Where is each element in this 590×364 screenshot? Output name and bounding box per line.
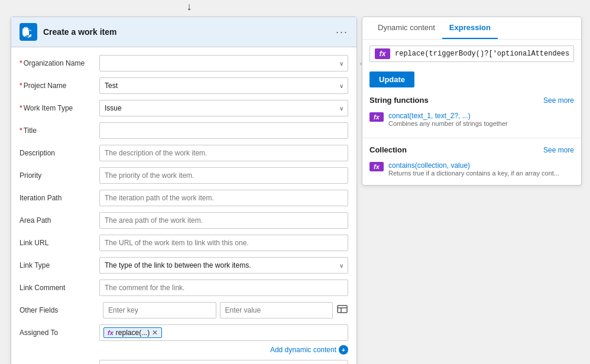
string-functions-header: String functions See more (369, 96, 574, 105)
contains-fx-icon: fx (369, 162, 384, 171)
project-name-row: *Project Name Test ∨ (11, 74, 356, 97)
link-type-label: Link Type (20, 261, 99, 269)
concat-description: Combines any number of strings together (388, 120, 574, 127)
fx-badge: fx (375, 48, 390, 59)
area-path-label: Area Path (20, 216, 99, 225)
down-arrow-icon: ↓ (183, 0, 195, 13)
assigned-to-label: Assigned To (20, 329, 99, 337)
work-item-type-row: *Work Item Type Issue ∨ (11, 97, 356, 119)
other-fields-value-input[interactable] (220, 302, 333, 318)
organization-name-select-wrapper: ∨ (99, 55, 348, 72)
required-star: * (20, 82, 22, 90)
project-name-label: *Project Name (20, 82, 99, 90)
assigned-to-row: Assigned To fx replace(...) ✕ (11, 321, 356, 344)
string-functions-see-more[interactable]: See more (543, 96, 574, 105)
project-name-select-wrapper: Test ∨ (99, 77, 348, 94)
svg-rect-0 (338, 306, 347, 313)
create-work-item-card: Create a work item ··· *Organization Nam… (11, 17, 357, 364)
link-comment-row: Link Comment (11, 277, 356, 299)
organization-name-label: *Organization Name (20, 59, 99, 67)
organization-name-row: *Organization Name ∨ (11, 52, 356, 74)
state-input[interactable]: New = for triage; Active = not yet fixed… (99, 360, 348, 364)
iteration-path-label: Iteration Path (20, 194, 99, 202)
contains-function-item[interactable]: fx contains(collection, value) Returns t… (369, 158, 574, 180)
add-dynamic-content-link[interactable]: Add dynamic content + (270, 345, 348, 355)
dynamic-content-plus-icon: + (339, 345, 348, 355)
token-label: replace(...) (116, 329, 150, 337)
add-field-button[interactable] (336, 303, 348, 317)
collection-see-more[interactable]: See more (543, 146, 574, 154)
contains-details: contains(collection, value) Returns true… (388, 161, 574, 177)
area-path-row: Area Path (11, 209, 356, 232)
description-input[interactable] (99, 145, 348, 161)
contains-description: Returns true if a dictionary contains a … (388, 170, 574, 177)
collection-section: Collection See more fx contains(collecti… (362, 141, 581, 185)
card-header-left: Create a work item (20, 23, 117, 41)
title-label: *Title (20, 126, 99, 135)
link-url-input[interactable] (99, 235, 348, 251)
title-row: *Title 1231456461312 (11, 119, 356, 142)
card-menu-button[interactable]: ··· (336, 26, 348, 38)
card-header: Create a work item ··· (11, 17, 356, 47)
concat-fx-icon: fx (369, 112, 384, 122)
concat-function-item[interactable]: fx concat(text_1, text_2?, ...) Combines… (369, 108, 574, 131)
work-item-type-select[interactable]: Issue (99, 100, 348, 116)
token-fx-icon: fx (108, 329, 114, 336)
priority-label: Priority (20, 171, 99, 180)
azure-devops-icon (20, 23, 37, 41)
card-body: *Organization Name ∨ *Project Name Test … (11, 47, 356, 364)
description-label: Description (20, 149, 99, 157)
panel-tabs: Dynamic content Expression (362, 17, 581, 40)
other-fields-key-input[interactable] (103, 302, 216, 318)
area-path-input[interactable] (99, 212, 348, 229)
concat-name: concat(text_1, text_2?, ...) (388, 112, 574, 120)
right-panel: Dynamic content Expression fx replace(tr… (362, 17, 582, 186)
other-fields-row: Other Fields (11, 299, 356, 321)
iteration-path-input[interactable] (99, 190, 348, 206)
string-functions-title: String functions (369, 96, 429, 105)
section-divider (362, 138, 581, 138)
iteration-path-row: Iteration Path (11, 187, 356, 209)
string-functions-section: String functions See more fx concat(text… (362, 91, 581, 135)
project-name-select[interactable]: Test (99, 77, 348, 94)
link-url-row: Link URL (11, 232, 356, 254)
required-star: * (20, 104, 22, 112)
collection-header: Collection See more (369, 145, 574, 154)
state-row: State New = for triage; Active = not yet… (11, 357, 356, 364)
collection-title: Collection (369, 145, 407, 154)
link-url-label: Link URL (20, 239, 99, 247)
link-type-select-wrapper: The type of the link to between the work… (99, 257, 348, 274)
link-type-select[interactable]: The type of the link to between the work… (99, 257, 348, 274)
tab-dynamic-content[interactable]: Dynamic content (371, 17, 442, 39)
link-comment-label: Link Comment (20, 284, 99, 292)
description-row: Description (11, 142, 356, 164)
required-star: * (20, 59, 22, 67)
tab-expression[interactable]: Expression (442, 17, 498, 39)
assigned-to-token-wrapper[interactable]: fx replace(...) ✕ (99, 324, 348, 341)
expression-editor: fx replace(triggerBody()?['optionalAtten… (369, 46, 574, 62)
other-fields-label: Other Fields (20, 306, 99, 314)
work-item-type-select-wrapper: Issue ∨ (99, 100, 348, 116)
dynamic-content-row: Add dynamic content + (11, 344, 356, 357)
priority-row: Priority (11, 164, 356, 187)
assigned-to-token: fx replace(...) ✕ (103, 327, 162, 338)
concat-details: concat(text_1, text_2?, ...) Combines an… (388, 112, 574, 127)
card-title: Create a work item (43, 27, 117, 37)
expression-input[interactable]: replace(triggerBody()?['optionalAttendee… (395, 50, 569, 58)
work-item-type-label: *Work Item Type (20, 104, 99, 112)
required-star: * (20, 126, 22, 135)
token-close-button[interactable]: ✕ (152, 329, 158, 337)
priority-input[interactable] (99, 167, 348, 184)
update-button[interactable]: Update (369, 72, 414, 87)
link-type-row: Link Type The type of the link to betwee… (11, 254, 356, 277)
dynamic-content-label: Add dynamic content (270, 346, 336, 354)
link-comment-input[interactable] (99, 280, 348, 296)
contains-name: contains(collection, value) (388, 161, 574, 170)
organization-name-select[interactable] (99, 55, 348, 72)
title-input[interactable]: 1231456461312 (99, 122, 348, 139)
